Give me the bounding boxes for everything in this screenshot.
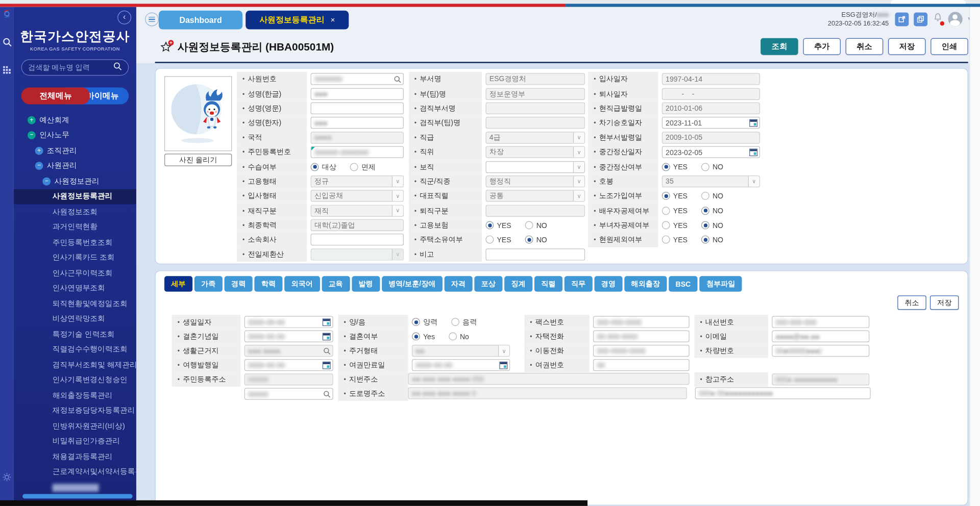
name-cn-field[interactable]: ●●● xyxy=(311,117,404,129)
wedding-anniv-field[interactable]: 0000-00-00 xyxy=(244,331,333,342)
sidebar-scrollbar[interactable] xyxy=(22,494,133,499)
close-icon[interactable]: × xyxy=(331,16,335,24)
expand-icon[interactable]: + xyxy=(28,116,36,124)
ref-address2-input[interactable]: 000● 00●●●●●●●●●●● xyxy=(695,387,871,399)
sidebar-item-인사노무[interactable]: −인사노무 xyxy=(14,128,136,143)
tab-사원정보등록관리[interactable]: 사원정보등록관리× xyxy=(246,11,349,30)
calendar-icon[interactable] xyxy=(323,333,331,340)
radio-icon[interactable] xyxy=(350,163,358,171)
interim-settle-yn-option-YES[interactable]: YES xyxy=(662,163,688,171)
housing-type-field[interactable]: ●●∨ xyxy=(412,345,510,357)
collapse-icon[interactable]: − xyxy=(28,131,36,139)
headcount-exclude-yn-option-NO[interactable]: NO xyxy=(701,236,723,244)
detail-tab-포상[interactable]: 포상 xyxy=(474,276,502,292)
car-no-field[interactable]: 00●0000(●●●) xyxy=(772,345,869,357)
married-yn-option-No[interactable]: No xyxy=(449,332,469,340)
resident-addr2-field[interactable]: 00000 xyxy=(244,388,333,399)
calendar-icon[interactable] xyxy=(749,148,757,156)
settings-gear-icon[interactable] xyxy=(2,472,12,485)
ext-no-field[interactable]: 000-000-000 xyxy=(772,316,869,328)
interim-settle-yn-option-NO[interactable]: NO xyxy=(701,163,723,171)
union-yn-option-YES[interactable]: YES xyxy=(662,192,688,200)
house-owned-option-NO[interactable]: NO xyxy=(525,236,547,244)
chevron-down-icon[interactable]: ∨ xyxy=(573,147,584,158)
저장-button[interactable]: 저장 xyxy=(888,38,925,55)
sidebar-item-퇴직현황및예정일조회[interactable]: 퇴직현황및예정일조회 xyxy=(14,296,136,311)
search-icon[interactable] xyxy=(323,347,331,355)
solar-lunar-option-음력[interactable]: 음력 xyxy=(451,317,477,326)
email-field[interactable]: ●●●●@●●.●● xyxy=(772,331,869,342)
notification-bell-icon[interactable] xyxy=(933,12,943,26)
salary-step-field[interactable]: 35∨ xyxy=(662,175,760,187)
rail-search-icon[interactable] xyxy=(2,37,11,49)
radio-icon[interactable] xyxy=(449,332,457,340)
sidebar-item-사원관리[interactable]: −사원관리 xyxy=(14,158,136,173)
home-phone-field[interactable]: 00-000-0000 xyxy=(593,331,690,342)
emp-insurance-option-NO[interactable]: NO xyxy=(525,221,547,230)
headcount-exclude-yn-option-YES[interactable]: YES xyxy=(662,236,688,244)
menu-search-input[interactable]: 검색할 메뉴명 입력 xyxy=(21,59,129,75)
name-kr-field[interactable]: ●●● xyxy=(311,88,404,99)
detail-tab-징계[interactable]: 징계 xyxy=(504,276,532,292)
chevron-down-icon[interactable]: ∨ xyxy=(573,162,584,172)
detail-tab-직렬[interactable]: 직렬 xyxy=(534,276,562,292)
expand-icon[interactable]: + xyxy=(35,146,43,155)
passport-issue-date-field[interactable]: 0000-00-00 xyxy=(244,359,333,371)
radio-icon[interactable] xyxy=(701,192,709,200)
job-series-field[interactable]: 공통∨ xyxy=(485,190,585,202)
solar-lunar-option-양력[interactable]: 양력 xyxy=(412,317,437,326)
chevron-down-icon[interactable]: ∨ xyxy=(392,191,403,201)
search-icon[interactable] xyxy=(323,390,331,398)
sidebar-item-비밀취급인가증관리[interactable]: 비밀취급인가증관리 xyxy=(14,434,136,449)
radio-icon[interactable] xyxy=(412,318,420,326)
sidebar-item-인사기록카드 조회[interactable]: 인사기록카드 조회 xyxy=(14,250,136,265)
chevron-down-icon[interactable]: ∨ xyxy=(573,191,584,201)
chevron-down-icon[interactable]: ∨ xyxy=(498,345,509,356)
radio-icon[interactable] xyxy=(662,221,670,230)
sidebar-item-과거인력현황[interactable]: 과거인력현황 xyxy=(14,219,136,235)
detail-저장-button[interactable]: 저장 xyxy=(930,295,959,310)
radio-icon[interactable] xyxy=(525,236,533,244)
detail-tab-가족[interactable]: 가족 xyxy=(194,276,223,292)
rail-grid-icon[interactable] xyxy=(3,66,11,77)
join-type-field[interactable]: 신입공채∨ xyxy=(311,190,404,202)
radio-icon[interactable] xyxy=(662,163,670,171)
sidebar-item-직렬검수수행이력조회[interactable]: 직렬검수수행이력조회 xyxy=(14,342,136,357)
radio-icon[interactable] xyxy=(662,236,670,244)
tab-Dashboard[interactable]: Dashboard xyxy=(159,11,242,30)
remarks-field[interactable] xyxy=(485,248,585,260)
calendar-icon[interactable] xyxy=(749,119,757,127)
female-deduct-yn-option-NO[interactable]: NO xyxy=(701,221,723,230)
detail-tab-세부[interactable]: 세부 xyxy=(164,276,192,292)
sidebar-item-인사기록변경신청승인[interactable]: 인사기록변경신청승인 xyxy=(14,372,136,388)
detail-tab-첨부파일[interactable]: 첨부파일 xyxy=(699,276,742,292)
favorite-star-icon[interactable]: + xyxy=(160,41,172,53)
detail-tab-병역/보훈/장애[interactable]: 병역/보훈/장애 xyxy=(382,276,443,292)
chevron-down-icon[interactable]: ∨ xyxy=(573,176,584,187)
radio-icon[interactable] xyxy=(662,192,670,200)
probation-option-대상[interactable]: 대상 xyxy=(311,162,336,171)
radio-icon[interactable] xyxy=(701,207,709,215)
radio-icon[interactable] xyxy=(662,207,670,215)
grade-field[interactable]: 4급∨ xyxy=(485,132,585,143)
radio-icon[interactable] xyxy=(701,221,709,230)
emp-insurance-option-YES[interactable]: YES xyxy=(485,221,511,230)
detail-취소-button[interactable]: 취소 xyxy=(897,295,926,310)
sidebar-item-사원정보관리[interactable]: −사원정보관리 xyxy=(14,173,136,189)
detail-tab-발령[interactable]: 발령 xyxy=(352,276,380,292)
kgs-logo-icon[interactable] xyxy=(2,9,12,21)
collapse-icon[interactable]: − xyxy=(42,177,51,185)
radio-icon[interactable] xyxy=(701,236,709,244)
detail-tab-외국어[interactable]: 외국어 xyxy=(284,276,320,292)
photo-upload-button[interactable]: 사진 올리기 xyxy=(164,154,232,166)
radio-icon[interactable] xyxy=(525,221,533,230)
조회-button[interactable]: 조회 xyxy=(761,38,798,55)
chevron-down-icon[interactable]: ∨ xyxy=(392,176,403,187)
sidebar-item-해외출장등록관리[interactable]: 해외출장등록관리 xyxy=(14,388,136,403)
union-yn-option-NO[interactable]: NO xyxy=(701,192,723,200)
mobile-phone-field[interactable]: 000-0000-0000 xyxy=(593,345,690,357)
female-deduct-yn-option-YES[interactable]: YES xyxy=(662,221,688,230)
sidebar-item-근로계약서및서약서등록관리[interactable]: 근로계약서및서약서등록관리 xyxy=(14,464,136,479)
chevron-down-icon[interactable]: ∨ xyxy=(748,176,760,187)
sidebar-item-재정보증담당자등록관리[interactable]: 재정보증담당자등록관리 xyxy=(14,403,136,418)
